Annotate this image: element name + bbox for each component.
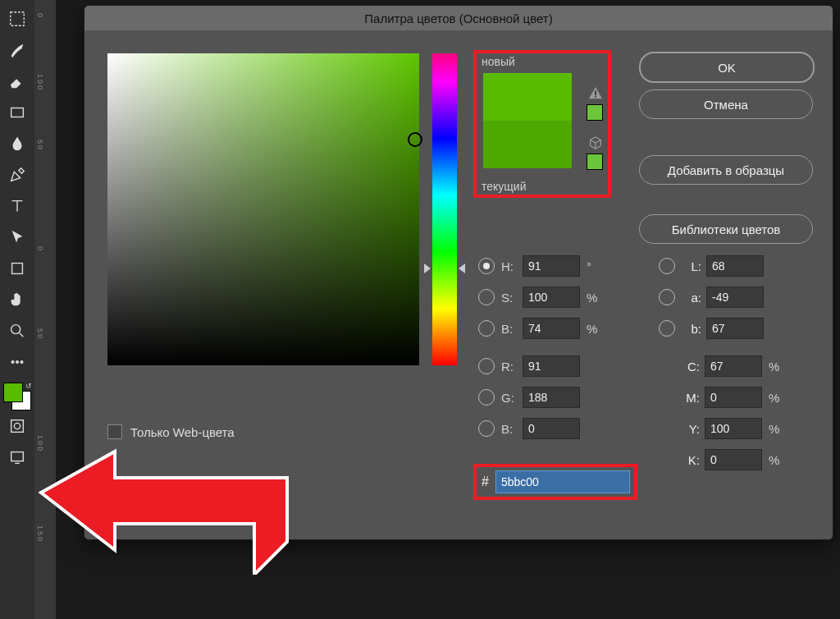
foreground-color-swatch[interactable] bbox=[3, 383, 23, 402]
brush-tool-icon[interactable] bbox=[3, 36, 31, 64]
a-radio[interactable] bbox=[659, 289, 675, 305]
a-input[interactable] bbox=[706, 287, 764, 308]
svg-point-8 bbox=[14, 423, 20, 429]
new-color-label: новый bbox=[482, 55, 608, 68]
b-radio[interactable] bbox=[478, 320, 495, 337]
svg-point-3 bbox=[11, 325, 21, 334]
tools-panel: ↺ bbox=[0, 0, 34, 619]
vertical-ruler: 0 100 50 0 50 100 150 bbox=[34, 0, 56, 619]
hue-handle-left-icon[interactable] bbox=[424, 264, 431, 273]
screen-mode-icon[interactable] bbox=[3, 443, 31, 471]
hex-label: # bbox=[482, 475, 489, 489]
hex-highlight: # bbox=[473, 464, 637, 500]
color-picker-dialog: Палитра цветов (Основной цвет) новый тек… bbox=[84, 5, 833, 540]
svg-rect-1 bbox=[11, 108, 24, 117]
add-to-swatches-button[interactable]: Добавить в образцы bbox=[639, 155, 813, 185]
c-input[interactable] bbox=[705, 355, 762, 377]
l-radio[interactable] bbox=[659, 258, 675, 274]
color-libraries-button[interactable]: Библиотеки цветов bbox=[639, 214, 813, 244]
g-radio[interactable] bbox=[478, 389, 495, 406]
r-input[interactable] bbox=[523, 355, 580, 377]
current-color-label: текущий bbox=[482, 180, 526, 193]
h-input[interactable] bbox=[523, 255, 580, 277]
svg-rect-2 bbox=[12, 264, 23, 274]
b-lab-radio[interactable] bbox=[659, 320, 675, 337]
saturation-brightness-field[interactable] bbox=[107, 53, 419, 365]
y-input[interactable] bbox=[705, 418, 762, 439]
zoom-tool-icon[interactable] bbox=[3, 317, 31, 345]
web-colors-label: Только Web-цвета bbox=[130, 425, 235, 439]
marquee-tool-icon[interactable] bbox=[3, 5, 31, 33]
b-hsb-input[interactable] bbox=[523, 318, 580, 339]
ok-button[interactable]: OK bbox=[639, 52, 815, 83]
cancel-button[interactable]: Отмена bbox=[639, 89, 813, 119]
sb-cursor[interactable] bbox=[408, 132, 422, 147]
gamut-swatch[interactable] bbox=[587, 104, 603, 121]
b-rgb-radio[interactable] bbox=[478, 420, 495, 437]
checkbox-icon[interactable] bbox=[107, 424, 122, 439]
g-input[interactable] bbox=[523, 387, 580, 408]
dialog-title: Палитра цветов (Основной цвет) bbox=[84, 6, 833, 30]
quickmask-icon[interactable] bbox=[3, 412, 31, 440]
svg-point-4 bbox=[11, 361, 14, 364]
web-colors-checkbox[interactable]: Только Web-цвета bbox=[107, 424, 235, 439]
eraser-tool-icon[interactable] bbox=[3, 67, 31, 95]
hue-handle-right-icon[interactable] bbox=[459, 264, 465, 273]
h-radio[interactable] bbox=[478, 258, 495, 274]
lab-cmyk-fields: L: a: b: C:% M:% Y:% K:% bbox=[659, 250, 783, 475]
s-radio[interactable] bbox=[478, 289, 495, 305]
svg-rect-11 bbox=[595, 96, 596, 98]
shape-tool-icon[interactable] bbox=[3, 254, 31, 282]
color-swatches[interactable]: ↺ bbox=[3, 383, 31, 410]
type-tool-icon[interactable] bbox=[3, 192, 31, 220]
blur-tool-icon[interactable] bbox=[3, 130, 31, 158]
m-input[interactable] bbox=[705, 387, 762, 408]
svg-point-5 bbox=[16, 361, 19, 364]
color-preview-highlight: новый текущий bbox=[473, 50, 611, 198]
svg-rect-10 bbox=[595, 90, 596, 94]
edit-toolbar-icon[interactable] bbox=[3, 348, 31, 376]
hex-input[interactable] bbox=[495, 470, 630, 493]
b-rgb-input[interactable] bbox=[523, 418, 580, 439]
svg-rect-9 bbox=[11, 452, 24, 461]
r-radio[interactable] bbox=[478, 358, 495, 374]
path-selection-tool-icon[interactable] bbox=[3, 223, 31, 251]
pen-tool-icon[interactable] bbox=[3, 161, 31, 189]
websafe-swatch[interactable] bbox=[587, 154, 603, 170]
new-color-swatch[interactable] bbox=[483, 73, 572, 121]
b-lab-input[interactable] bbox=[706, 318, 764, 339]
hsb-rgb-fields: H:° S:% B:% R: G: B: bbox=[478, 250, 601, 444]
rectangle-tool-icon[interactable] bbox=[3, 99, 31, 126]
k-input[interactable] bbox=[705, 449, 762, 470]
gamut-warning-icon[interactable] bbox=[588, 86, 603, 99]
svg-rect-7 bbox=[11, 420, 24, 433]
s-input[interactable] bbox=[523, 287, 580, 308]
svg-point-6 bbox=[21, 361, 23, 364]
hue-slider[interactable] bbox=[432, 53, 457, 365]
color-preview bbox=[483, 73, 572, 168]
websafe-warning-icon[interactable] bbox=[588, 135, 603, 150]
hand-tool-icon[interactable] bbox=[3, 286, 31, 314]
l-input[interactable] bbox=[706, 255, 764, 277]
current-color-swatch[interactable] bbox=[483, 121, 572, 168]
svg-rect-0 bbox=[11, 12, 25, 26]
swap-colors-icon[interactable]: ↺ bbox=[25, 382, 32, 390]
